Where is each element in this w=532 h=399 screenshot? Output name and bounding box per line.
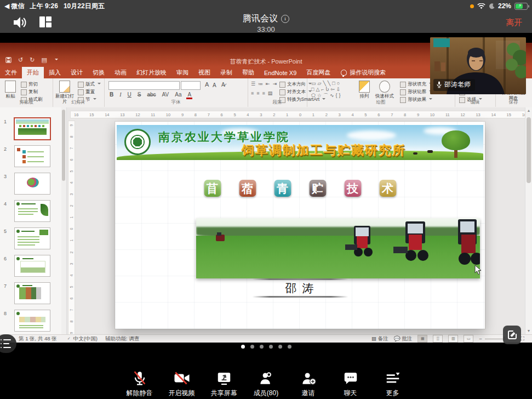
sorter-view-button[interactable]: ▒ xyxy=(433,335,443,343)
invite-icon xyxy=(291,359,325,386)
slide-thumbnail-8[interactable]: 8 xyxy=(0,310,61,334)
ribbon-item-drawing_items-1[interactable]: 形状轮廓 xyxy=(400,89,432,95)
mic-muted-icon xyxy=(123,359,156,386)
ribbon-tab-9[interactable]: 录制 xyxy=(215,67,237,78)
font-name-box[interactable] xyxy=(108,81,180,90)
slide-thumbnail-6[interactable]: 6 xyxy=(0,255,61,279)
ruler-tick: 1 xyxy=(70,216,73,219)
ruler-tick: 10 xyxy=(430,112,434,117)
font-button-0[interactable]: B xyxy=(108,92,115,98)
arrange-button[interactable]: 排列 xyxy=(357,81,371,99)
slide-number: 4 xyxy=(4,201,7,207)
ruler-tick: 6 xyxy=(70,159,73,161)
align-buttons[interactable]: ≡≡≡▤ xyxy=(251,90,272,96)
ribbon-tab-7[interactable]: 审阅 xyxy=(171,67,193,78)
annotate-button[interactable] xyxy=(503,326,521,344)
meeting-info-icon[interactable]: i xyxy=(281,15,289,23)
font-size-box[interactable] xyxy=(181,81,201,90)
ribbon-tab-5[interactable]: 动画 xyxy=(110,67,131,78)
font-button-7[interactable]: A xyxy=(186,92,192,99)
meeting-menu-fab[interactable] xyxy=(0,334,16,353)
mini-icon xyxy=(21,89,27,95)
comments-toggle[interactable]: 💬 批注 xyxy=(394,335,413,343)
tell-me-search[interactable]: 操作说明搜索 xyxy=(335,67,391,78)
reading-view-button[interactable]: ▥ xyxy=(448,335,458,343)
title-char-tile-3: 贮 xyxy=(309,180,326,197)
ruler-tick: 9 xyxy=(70,124,73,127)
ribbon-item-clipboard_items-1[interactable]: 复制 xyxy=(21,89,43,95)
mini-icon xyxy=(279,82,285,88)
page-dot-3 xyxy=(269,345,273,349)
ribbon-item-clipboard_items-0[interactable]: 剪切 xyxy=(21,81,43,88)
paste-button[interactable]: 粘贴 xyxy=(3,81,18,99)
slide-thumbnail-1[interactable]: 1 xyxy=(0,118,61,142)
ribbon-tab-12[interactable]: 百度网盘 xyxy=(301,67,335,78)
font-button-3[interactable]: S xyxy=(136,92,142,98)
slide-thumbnail-2[interactable]: 2 xyxy=(0,145,61,169)
normal-view-button[interactable]: ▦ xyxy=(417,335,427,343)
slide-thumbnail-5[interactable]: 5 xyxy=(0,227,61,252)
font-button-6[interactable]: Aa xyxy=(174,92,182,98)
thumbnail-scrollbar[interactable] xyxy=(61,107,67,334)
font-button-5[interactable]: AV xyxy=(161,92,170,98)
spellcheck-icon[interactable]: ✓ xyxy=(65,335,73,342)
speaker-video-tile[interactable]: 邵涛老师 xyxy=(430,37,526,94)
toolbar-mic-muted-button[interactable]: 解除静音 xyxy=(123,359,156,399)
toolbar-more-button[interactable]: 更多 xyxy=(376,359,409,399)
lightbulb-icon xyxy=(341,70,347,76)
toolbar-share-screen-button[interactable]: 共享屏幕 xyxy=(207,359,241,399)
back-to-app[interactable]: ◀ 微信 xyxy=(4,2,25,11)
canvas-scrollbar[interactable]: ▲ ▼ xyxy=(525,107,532,334)
wifi-icon xyxy=(477,3,485,9)
language-status[interactable]: 中文(中国) xyxy=(73,335,98,343)
thumbnail-preview xyxy=(14,145,50,167)
font-button-2[interactable]: U xyxy=(127,92,133,98)
grow-font-icon[interactable]: A xyxy=(204,81,210,88)
zoom-out-button[interactable]: − xyxy=(479,336,482,342)
back-chevron-icon: ◀ xyxy=(4,2,9,10)
ribbon-tab-1[interactable]: 开始 xyxy=(22,67,44,78)
ribbon-tab-8[interactable]: 视图 xyxy=(193,67,215,78)
toolbar-invite-button[interactable]: 邀请 xyxy=(291,359,325,399)
ribbon-tab-11[interactable]: EndNote X9 xyxy=(259,67,301,78)
font-button-1[interactable]: I xyxy=(118,92,122,98)
ruler-tick: 2 xyxy=(325,112,328,117)
ribbon-tab-2[interactable]: 插入 xyxy=(44,67,66,78)
more-icon xyxy=(376,359,409,386)
slide-thumbnail-4[interactable]: 4 xyxy=(0,200,61,224)
ribbon-item-slide_items-1[interactable]: 重置 xyxy=(78,89,101,95)
ribbon-tab-4[interactable]: 切换 xyxy=(88,67,110,78)
ruler-tick: 9 xyxy=(181,112,184,117)
ruler-tick: 14 xyxy=(491,112,496,117)
ribbon-tab-0[interactable]: 文件 xyxy=(0,67,22,78)
notes-toggle[interactable]: ▤ 备注 xyxy=(371,335,388,343)
ribbon-tab-10[interactable]: 帮助 xyxy=(237,67,259,78)
slide-number: 5 xyxy=(4,229,7,234)
ribbon-item-slide_items-0[interactable]: 版式 xyxy=(78,81,101,88)
clear-format-icon[interactable]: A̷ xyxy=(220,82,226,88)
thumbnail-preview xyxy=(14,117,51,140)
accessibility-status[interactable]: 辅助功能: 调查 xyxy=(105,335,139,343)
list-buttons[interactable]: ☰≔⇤⇥⇅ xyxy=(251,81,284,87)
shrink-font-icon[interactable]: A xyxy=(211,82,218,88)
slide-canvas[interactable]: 南京农业大学草业学院 饲草调制加工与贮藏研究所 苜蓿青贮技术 xyxy=(115,122,485,329)
meeting-title: 腾讯会议 xyxy=(243,14,278,23)
ribbon-tab-6[interactable]: 幻灯片放映 xyxy=(131,67,171,78)
ruler-tick: 2 xyxy=(273,112,275,117)
quick-styles-button[interactable]: 快速样式 xyxy=(375,81,394,99)
leave-meeting-button[interactable]: 离开 xyxy=(506,18,522,28)
shapes-gallery[interactable]: ▭▱╲╲□○ □△⌐Ⴑ⇦⇩ ⬠☆⌒∿{} xyxy=(311,81,340,98)
slideshow-view-button[interactable]: ▭ xyxy=(464,335,473,343)
font-button-4[interactable]: abc xyxy=(146,92,157,98)
fit-slide-button[interactable]: ⛶ xyxy=(520,335,524,342)
slide-thumbnail-7[interactable]: 7 xyxy=(0,282,61,306)
ribbon-item-drawing_items-0[interactable]: 形状填充 xyxy=(400,81,432,88)
thumbnail-preview xyxy=(14,282,50,304)
slide-thumbnail-3[interactable]: 3 xyxy=(0,173,61,197)
toolbar-camera-off-button[interactable]: 开启视频 xyxy=(165,359,198,399)
ruler-tick: 8 xyxy=(70,136,73,138)
toolbar-members-button[interactable]: 成员(80) xyxy=(249,359,283,399)
toolbar-chat-button[interactable]: 聊天 xyxy=(334,359,367,399)
ribbon-tab-3[interactable]: 设计 xyxy=(66,67,88,78)
mini-icon xyxy=(400,89,406,95)
